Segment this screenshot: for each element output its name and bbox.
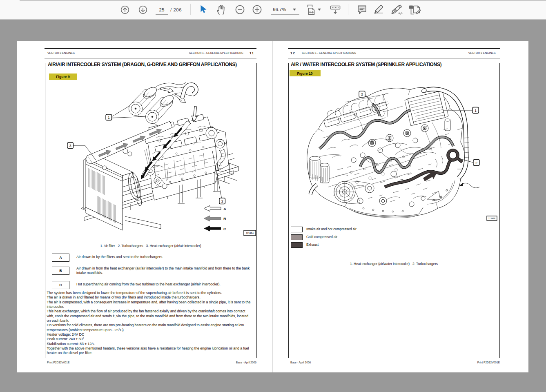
footer-edition: Base - April 2006	[290, 361, 311, 364]
zoom-caret-icon	[293, 9, 296, 11]
paragraph: This heat exchanger, which the flow of a…	[47, 309, 252, 323]
figure9-arrow-a-label: A	[223, 207, 226, 211]
section-title: AIR/AIR INTERCOOLER SYSTEM (DRAGON, G-DR…	[48, 62, 237, 67]
paragraph: Together with the above mentioned heater…	[47, 346, 252, 356]
figure9-arrow-b-label: B	[223, 216, 226, 221]
paragraph: The system has been designed to lower th…	[47, 291, 252, 295]
figure9-callout-2: 2	[221, 199, 223, 203]
fill-sign-button[interactable]	[390, 0, 403, 19]
legend-swatch-cold	[291, 234, 303, 240]
zoom-in-button[interactable]	[252, 0, 262, 19]
zoom-out-button[interactable]	[235, 0, 245, 19]
next-page-icon	[138, 5, 147, 14]
comment-icon	[357, 5, 367, 15]
edit-pdf-icon	[408, 4, 421, 15]
figure10-callout-2b: 2	[475, 161, 477, 165]
previous-page-icon	[120, 5, 129, 14]
toolbar: / 206 66.7%	[0, 0, 546, 20]
figure9-arrow-c-label: C	[223, 227, 226, 231]
comment-button[interactable]	[357, 0, 367, 19]
hand-tool-button[interactable]	[216, 0, 227, 19]
zoom-in-icon	[252, 5, 262, 14]
page-fit-button[interactable]	[307, 0, 322, 19]
toolbar-separator	[190, 4, 191, 15]
page-count-label: / 206	[170, 0, 182, 19]
paragraph: Stabilization current: 83 ± 12A.	[47, 342, 252, 346]
header-rule-bottom	[288, 58, 500, 58]
highlight-button[interactable]	[372, 0, 386, 19]
content-frame-right	[499, 63, 500, 358]
running-header-left: VECTOR 8 ENGINES	[47, 51, 75, 54]
legend-swatch-exhaust	[291, 242, 303, 248]
paragraph: The air is drawn in and filtered by mean…	[47, 295, 252, 300]
figure-9-illustration: 1 3 2 A B C 1134F4	[45, 81, 256, 243]
legend-label-intake: Intake air and hot compressed air	[306, 227, 357, 231]
paragraph: Heater voltage: 24V DC	[47, 332, 252, 337]
figure10-code: 1134FF	[488, 217, 496, 220]
highlight-icon	[372, 4, 386, 15]
page-fit-icon	[307, 4, 322, 15]
edit-pdf-button[interactable]	[408, 0, 421, 19]
running-header-right: SECTION 1 - GENERAL SPECIFICATIONS	[189, 51, 243, 54]
paragraph: Peak current: 240 ± 50°	[47, 337, 252, 341]
section-title: AIR / WATER INTERCOOLER SYSTEM (SPRINKLE…	[291, 62, 441, 67]
paragraph: The air is compressed, with a consequent…	[47, 300, 252, 310]
footer-edition: Base - April 2006	[236, 361, 256, 364]
paragraph: On versions for cold climates, there are…	[47, 323, 252, 332]
select-tool-button[interactable]	[200, 0, 208, 19]
page-number-input[interactable]	[156, 5, 168, 15]
footer-print-code: Print P2D32V001E	[47, 361, 69, 364]
header-rule-top	[45, 48, 256, 49]
select-tool-icon	[200, 5, 207, 14]
header-rule-top	[288, 48, 500, 49]
figure9-callout-1: 1	[108, 116, 110, 120]
flow-c-key: C	[52, 281, 69, 289]
figure-9-caption: 1. Air filter - 2. Turbochargers - 3. He…	[45, 244, 256, 248]
flow-a-key: A	[52, 254, 69, 262]
figure9-callout-3: 3	[69, 144, 71, 148]
running-header-left: SECTION 1 - GENERAL SPECIFICATIONS	[302, 51, 356, 54]
page-11: VECTOR 8 ENGINES SECTION 1 - GENERAL SPE…	[17, 41, 273, 372]
zoom-level-value: 66.7%	[273, 7, 286, 12]
next-page-button[interactable]	[138, 0, 147, 19]
figure-10-caption: 1. Heat exchanger (air/water intercooler…	[288, 262, 500, 266]
hand-tool-icon	[216, 4, 227, 15]
page-12: 12 SECTION 1 - GENERAL SPECIFICATIONS VE…	[273, 41, 528, 372]
flow-b-key: B	[52, 267, 69, 275]
toolbar-separator	[348, 4, 348, 15]
figure10-callout-1: 1	[475, 109, 477, 113]
zoom-out-icon	[235, 5, 245, 14]
body-text: The system has been designed to lower th…	[47, 291, 252, 356]
running-header-right: VECTOR 8 ENGINES	[468, 51, 496, 54]
flow-a-text: Air drawn in by the filters and sent to …	[76, 255, 252, 259]
fill-sign-icon	[390, 4, 403, 15]
document-canvas[interactable]: VECTOR 8 ENGINES SECTION 1 - GENERAL SPE…	[0, 19, 546, 392]
zoom-level-combo[interactable]: 66.7%	[271, 0, 299, 19]
figure-10-illustration: 2 1 2 1134FF	[288, 78, 499, 223]
footer-print-code: Print P2D32V001E	[477, 361, 500, 364]
scrolling-mode-button[interactable]	[330, 0, 341, 19]
figure-label: Figure 10	[290, 70, 321, 76]
legend-swatch-intake	[291, 227, 303, 232]
figure10-callout-2a: 2	[361, 92, 363, 96]
zoom-underline	[271, 14, 299, 15]
page-number: 12	[290, 51, 295, 55]
flow-b-text: Air drawn in from the heat exchanger (ai…	[76, 266, 252, 276]
header-rule-bottom	[45, 58, 256, 58]
previous-page-button[interactable]	[120, 0, 129, 19]
legend-label-exhaust: Exhaust	[306, 243, 319, 247]
figure-label: Figure 9	[49, 74, 77, 80]
legend-label-cold: Cold compressed air	[306, 235, 337, 239]
flow-c-text: Hot supercharing air coming from the two…	[76, 282, 252, 287]
page-number: 11	[250, 51, 254, 55]
figure9-code: 1134F4	[246, 232, 254, 234]
page-seam	[272, 41, 273, 372]
scrolling-mode-icon	[330, 4, 341, 15]
pdf-viewer-window: { "toolbar": { "page_current": "25", "pa…	[0, 0, 546, 392]
